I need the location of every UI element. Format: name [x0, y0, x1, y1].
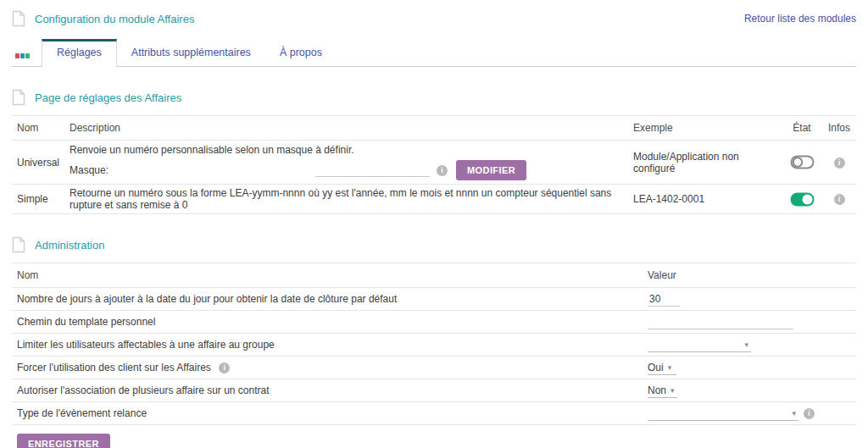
admin-table-header: Nom Valeur	[12, 263, 856, 288]
col-nom: Nom	[12, 263, 648, 287]
setting-label: Nombre de jours à ajouter à la date du j…	[12, 288, 648, 310]
info-icon[interactable]: i	[834, 194, 845, 205]
info-icon[interactable]: i	[834, 158, 845, 169]
info-icon: i	[804, 408, 815, 419]
tab-a-propos[interactable]: À propos	[265, 40, 337, 66]
chevron-down-icon: ▾	[668, 363, 675, 372]
numbering-table-header: Nom Description Exemple État Infos	[12, 115, 856, 141]
admin-section-head: Administration	[12, 236, 856, 253]
limiter-utilisateurs-select[interactable]: ▾	[648, 337, 751, 352]
chevron-down-icon: ▾	[744, 340, 751, 349]
setting-label: Type de l'évènement relance	[12, 402, 648, 424]
admin-table: Nom Valeur Nombre de jours à ajouter à l…	[12, 263, 856, 425]
model-example: Module/Application non configuré	[633, 151, 782, 174]
admin-row-forcer-client: Forcer l'utilisation des client sur les …	[12, 357, 856, 379]
tab-reglages[interactable]: Réglages	[42, 39, 117, 67]
document-icon	[12, 10, 25, 27]
admin-row-jours-cloture: Nombre de jours à ajouter à la date du j…	[12, 288, 856, 311]
model-example: LEA-1402-0001	[633, 193, 782, 205]
admin-row-template-personnel: Chemin du template personnel	[12, 311, 856, 334]
back-to-modules-link[interactable]: Retour liste des modules	[744, 13, 856, 25]
template-personnel-input[interactable]	[648, 315, 793, 329]
model-name: Universal	[12, 157, 70, 169]
module-icon	[15, 53, 30, 58]
numbering-section-title: Page de réglages des Affaires	[35, 91, 181, 104]
tab-attributs-supplementaires[interactable]: Attributs supplémentaires	[117, 40, 265, 66]
setting-label: Forcer l'utilisation des client sur les …	[17, 362, 211, 373]
model-description: Retourne un numéro sous la forme LEA-yym…	[70, 187, 633, 211]
tab-bar: Réglages Attributs supplémentaires À pro…	[12, 39, 856, 67]
modifier-button[interactable]: MODIFIER	[456, 160, 526, 180]
chevron-down-icon: ▾	[792, 409, 798, 418]
table-row-universal: Universal Renvoie un numéro personnalisa…	[12, 141, 856, 185]
mask-label: Masque:	[70, 164, 108, 176]
col-description: Description	[70, 116, 633, 140]
col-valeur: Valeur	[648, 263, 856, 287]
module-config-page: Configuration du module Affaires Retour …	[0, 0, 868, 448]
select-value: Oui	[648, 362, 664, 373]
admin-row-plusieurs-affaire-contrat: Autoriser l'association de plusieurs aff…	[12, 379, 856, 402]
toggle-off-icon[interactable]	[790, 155, 815, 169]
page-title: Configuration du module Affaires	[35, 13, 194, 25]
header: Configuration du module Affaires Retour …	[12, 8, 856, 34]
col-nom: Nom	[12, 116, 70, 140]
setting-label: Limiter les utilisateurs affectables à u…	[12, 334, 648, 356]
numbering-section-head: Page de réglages des Affaires	[12, 89, 856, 106]
plusieurs-affaire-select[interactable]: Non ▾	[648, 383, 677, 398]
mask-input[interactable]	[315, 164, 430, 177]
enregistrer-button[interactable]: ENREGISTRER	[17, 434, 110, 448]
col-etat: État	[782, 116, 822, 140]
model-name: Simple	[12, 193, 70, 205]
model-description: Renvoie un numéro personnalisable selon …	[70, 144, 625, 156]
document-icon	[12, 236, 25, 253]
admin-row-limiter-utilisateurs: Limiter les utilisateurs affectables à u…	[12, 334, 856, 357]
forcer-client-select[interactable]: Oui ▾	[648, 360, 676, 375]
type-evenement-select[interactable]: ▾	[648, 406, 798, 421]
chevron-down-icon: ▾	[670, 386, 677, 395]
setting-label: Chemin du template personnel	[12, 311, 648, 333]
select-value: Non	[648, 384, 666, 396]
admin-row-type-evenement-relance: Type de l'évènement relance ▾ i	[12, 402, 856, 425]
toggle-on-icon[interactable]	[790, 192, 815, 207]
numbering-table: Nom Description Exemple État Infos Unive…	[12, 115, 856, 214]
col-infos: Infos	[822, 116, 856, 140]
info-icon: i	[437, 165, 448, 176]
document-icon	[12, 89, 25, 106]
table-row-simple: Simple Retourne un numéro sous la forme …	[12, 185, 856, 214]
jours-cloture-input[interactable]	[648, 292, 680, 307]
info-icon: i	[219, 362, 230, 373]
admin-section-title: Administration	[35, 239, 104, 252]
col-exemple: Exemple	[633, 116, 782, 140]
setting-label: Autoriser l'association de plusieurs aff…	[12, 379, 648, 401]
